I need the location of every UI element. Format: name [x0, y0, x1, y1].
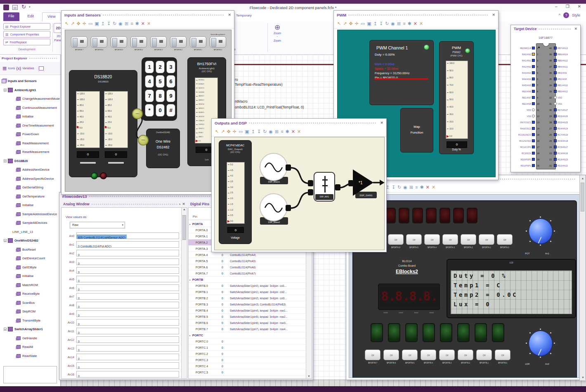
34[interactable]: 34 RB1/AN10: [547, 82, 580, 88]
tree-item[interactable]: TransmitByte: [0, 316, 60, 325]
switch-state[interactable]: Off: [461, 234, 476, 245]
keypad-key[interactable]: 3: [166, 61, 175, 73]
inputs-panel-canvas[interactable]: $PORTB.7 $PORTB.6 $PORTB.5 $PORTB.4: [65, 30, 232, 192]
28[interactable]: 28 RD5/AN25: [547, 119, 580, 125]
slide-switch[interactable]: $PORTB.7: [69, 33, 89, 51]
move-icon[interactable]: ✥: [349, 21, 352, 26]
analog-value-field[interactable]: 825 ComboBL0114(LightSensor ADC): [76, 232, 179, 239]
switch-body[interactable]: [210, 36, 226, 48]
digital-pin-row[interactable]: ▸ PORTC: [189, 332, 307, 338]
onewire-plug-2[interactable]: 1Wire: [138, 135, 149, 146]
slide-switch[interactable]: $PORTB.5: [109, 33, 129, 51]
zoom-label[interactable]: Zoom: [269, 32, 286, 35]
pot-knob[interactable]: [525, 215, 556, 246]
project-explorer-button[interactable]: ▤Project Explorer: [3, 23, 50, 30]
toggle-switch[interactable]: Off $PORTB.0: [495, 350, 510, 364]
window-title-dots[interactable]: [538, 28, 571, 30]
tree-item[interactable]: OneWireDS2482: [0, 236, 60, 245]
find-replace-button[interactable]: ⇄Find/Replace: [3, 39, 50, 45]
tree-item[interactable]: GetDeviceCount: [0, 254, 60, 263]
temperature-scale-2[interactable]: 125.0105.085.065.045.025.05.0-15.0-35.0-…: [104, 91, 128, 148]
slide-switch[interactable]: SwitchArraySlider1 $PORTB.0: [208, 33, 228, 51]
tree-item[interactable]: OneTimeMeasurement: [0, 121, 60, 130]
expander-icon[interactable]: [4, 89, 7, 92]
35[interactable]: 35 RB2/AN8: [547, 76, 580, 82]
window-title-dots[interactable]: [348, 14, 489, 16]
style-button[interactable]: Style: [572, 13, 580, 17]
digital-pin-row[interactable]: ▸ PORTA.6 0 ComboBL0114(PinA6): [189, 264, 307, 270]
collapse-ribbon-icon[interactable]: ^: [559, 13, 560, 17]
slide-switch[interactable]: $PORTB.1: [188, 33, 208, 51]
30[interactable]: 30 RD7/AN27: [547, 107, 580, 113]
switch-body[interactable]: [150, 36, 167, 48]
tree-item[interactable]: AddressNextDevice: [0, 165, 60, 174]
tree-item[interactable]: GetTemperature: [0, 192, 60, 201]
raise-icon[interactable]: ↥: [373, 21, 377, 26]
tree-item[interactable]: MatchROM: [0, 281, 60, 290]
switch-state[interactable]: Off: [388, 234, 404, 245]
pin-connector[interactable]: [532, 121, 535, 124]
settings-icon[interactable]: ✱: [408, 21, 411, 26]
slide-switch[interactable]: $PORTB.6: [89, 33, 109, 51]
ribbon-tab[interactable]: View: [42, 12, 61, 21]
toggle-switch[interactable]: Off $PORTA.3: [442, 234, 458, 249]
switch-state[interactable]: Off: [476, 350, 492, 360]
pan-icon[interactable]: ✛: [83, 21, 86, 26]
digital-pin-row[interactable]: ▸ PORTC.4 0: [189, 363, 307, 369]
expander-icon[interactable]: [4, 328, 7, 331]
pin-connector[interactable]: [554, 158, 557, 161]
digital-pin-row[interactable]: ▸ PORTC.2 0: [189, 351, 307, 357]
add-icon[interactable]: ⊞: [125, 21, 128, 26]
scroll-up-icon[interactable]: ▲: [182, 208, 187, 211]
digital-pin-row[interactable]: ▸ PORTA.4 0 ComboBL0114(PinA4): [189, 252, 307, 258]
panel-tab-icon[interactable]: [39, 66, 44, 70]
scroll-down-icon[interactable]: ▼: [581, 376, 584, 379]
digital-pin-row[interactable]: ▸ PORTA.5 0 ComboBL0114(PinA5): [189, 258, 307, 264]
switch-body[interactable]: [111, 36, 127, 48]
analog-value-field[interactable]: 0: [76, 267, 179, 274]
switch-state[interactable]: Off: [406, 234, 422, 245]
analog-value-field[interactable]: 0: [76, 284, 179, 291]
select-alt-icon[interactable]: ↗: [71, 21, 74, 26]
slide-switch[interactable]: $PORTB.4: [129, 33, 149, 51]
analog-value-field[interactable]: 0: [76, 354, 179, 360]
pin-connector[interactable]: [532, 108, 535, 111]
analog-value-field[interactable]: 0: [76, 250, 179, 256]
pin-connector[interactable]: [554, 77, 557, 80]
window-title-dots[interactable]: [102, 14, 224, 16]
pin-connector[interactable]: [532, 133, 535, 136]
settings-icon[interactable]: ✱: [420, 185, 424, 190]
pin-connector[interactable]: [554, 53, 557, 56]
list-icon[interactable]: ≡: [403, 21, 405, 26]
snap-icon[interactable]: ▣: [245, 129, 249, 134]
status-led-red[interactable]: [100, 172, 107, 179]
pin-connector[interactable]: [532, 158, 535, 161]
tree-item[interactable]: AmbientLight1: [0, 86, 60, 95]
ribbon-tab[interactable]: Edit: [23, 12, 39, 21]
snap-icon[interactable]: ▣: [367, 21, 371, 26]
toggle-switch[interactable]: Off $PORTB.2: [458, 350, 473, 364]
digital-pin-row[interactable]: ▸ PORTC.5 0: [189, 369, 307, 376]
pin-connector[interactable]: [532, 164, 535, 167]
ldr-knob[interactable]: [525, 327, 556, 359]
temperature-scale-1[interactable]: 125.0105.085.065.045.025.05.0-15.0-35.0-…: [76, 91, 100, 148]
pin-connector[interactable]: [532, 53, 535, 56]
analog-value-field[interactable]: 0: [76, 328, 179, 334]
switch-body[interactable]: [91, 36, 107, 48]
window-control-button[interactable]: ❐: [566, 4, 569, 9]
settings-icon[interactable]: ✱: [135, 21, 139, 26]
outputs-panel-canvas[interactable]: MCP47x6DAC DAC_Output1 (I2C CH1) 5.04.54…: [214, 137, 385, 250]
icons-tab-icon[interactable]: ▦: [2, 66, 7, 71]
pin-connector[interactable]: [554, 59, 557, 62]
analog-value-field[interactable]: 0: [76, 345, 179, 352]
pin-connector[interactable]: [554, 47, 557, 49]
icons-tab-label[interactable]: Icons: [8, 67, 15, 70]
tree-item[interactable]: Initialise: [0, 272, 60, 281]
tree-item[interactable]: ChangeMeasurementMode: [0, 94, 60, 103]
clear-icon[interactable]: ✕: [432, 185, 435, 190]
tree-item[interactable]: AddressSpecificDevice: [0, 174, 60, 183]
digital-pin-row[interactable]: ▸ PORTB.4 0 SwitchArraySlider1(pin4), ke…: [189, 307, 307, 314]
window-title-dots[interactable]: [91, 203, 177, 205]
scroll-up-icon[interactable]: ▲: [580, 177, 586, 180]
center-icon[interactable]: ◉: [403, 185, 407, 190]
